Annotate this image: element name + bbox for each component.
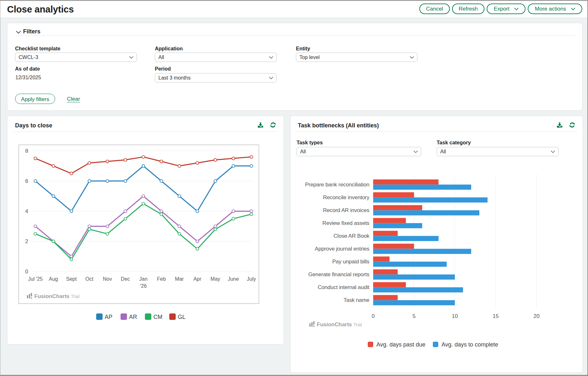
svg-text:Nov: Nov xyxy=(103,276,112,282)
svg-text:Apr: Apr xyxy=(193,276,202,282)
svg-text:20: 20 xyxy=(533,313,540,319)
svg-text:4: 4 xyxy=(25,208,28,214)
svg-text:Reconcile inventory: Reconcile inventory xyxy=(323,194,369,201)
svg-text:Generate financial reports: Generate financial reports xyxy=(308,271,369,278)
svg-text:8: 8 xyxy=(25,148,28,154)
svg-text:FusionCharts Trial: FusionCharts Trial xyxy=(317,321,362,328)
svg-text:0: 0 xyxy=(372,313,374,319)
svg-text:Approve journal entries: Approve journal entries xyxy=(315,246,369,252)
svg-text:Dec: Dec xyxy=(121,276,130,282)
svg-text:Aug: Aug xyxy=(49,276,58,282)
svg-text:Sept: Sept xyxy=(66,276,77,282)
svg-text:0: 0 xyxy=(25,269,28,275)
svg-text:Feb: Feb xyxy=(157,276,166,282)
svg-text:10: 10 xyxy=(452,313,458,319)
svg-text:Review fixed assets: Review fixed assets xyxy=(323,220,369,226)
svg-text:Close AR Book: Close AR Book xyxy=(333,233,369,239)
svg-text:FusionCharts Trial: FusionCharts Trial xyxy=(34,293,80,299)
svg-text:July: July xyxy=(247,276,256,282)
svg-text:Task name: Task name xyxy=(344,297,369,303)
svg-text:6: 6 xyxy=(25,178,28,184)
svg-text:5: 5 xyxy=(413,313,416,319)
svg-text:15: 15 xyxy=(493,313,499,319)
svg-text:Oct: Oct xyxy=(85,276,93,282)
svg-text:Mar: Mar xyxy=(175,276,184,282)
svg-text:Jan: Jan xyxy=(139,276,147,282)
svg-text:2: 2 xyxy=(25,238,28,244)
svg-text:June: June xyxy=(228,276,239,282)
svg-text:Jul '25: Jul '25 xyxy=(28,276,43,282)
svg-text:'26: '26 xyxy=(140,283,147,289)
svg-text:Record AR invoices: Record AR invoices xyxy=(323,207,369,213)
svg-text:May: May xyxy=(211,276,220,282)
svg-text:Prepare bank reconciliation: Prepare bank reconciliation xyxy=(305,182,369,188)
svg-text:Conduct internal audit: Conduct internal audit xyxy=(318,284,369,290)
svg-text:Pay unpaid bills: Pay unpaid bills xyxy=(332,259,369,265)
